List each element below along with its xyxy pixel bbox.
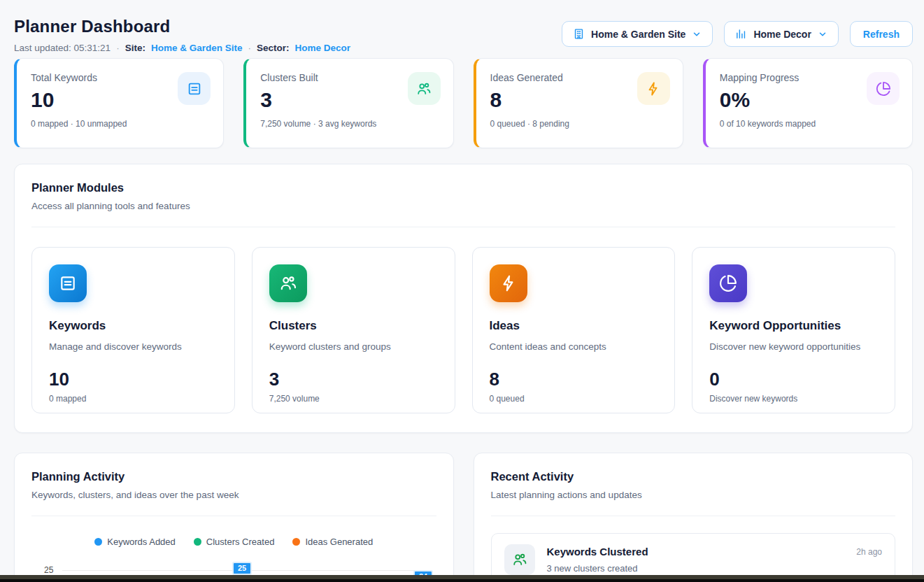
building-icon: [573, 28, 585, 40]
pie-chart-icon: [709, 264, 747, 302]
bar-chart-icon: [735, 28, 747, 40]
planning-activity-header: Planning Activity Keywords, clusters, an…: [15, 453, 453, 516]
module-stat-detail: Discover new keywords: [709, 394, 878, 404]
activity-item-timestamp: 2h ago: [856, 547, 882, 557]
activity-item-description: 3 new clusters created: [547, 563, 648, 574]
meta-separator-2: ·: [248, 43, 251, 53]
module-stat-detail: 0 queued: [490, 394, 658, 404]
sector-selector-value: Home Decor: [753, 29, 811, 40]
modules-panel-title: Planner Modules: [31, 181, 895, 194]
bolt-icon: [490, 264, 527, 302]
legend-dot-blue: [94, 538, 102, 546]
planning-activity-title: Planning Activity: [31, 470, 436, 483]
legend-label: Ideas Generated: [305, 537, 373, 547]
legend-dot-green: [194, 538, 201, 546]
header-actions: Home & Garden Site Home Decor Refresh: [562, 21, 913, 47]
stat-detail: 0 mapped · 10 unmapped: [31, 119, 209, 129]
chevron-down-icon: [818, 29, 827, 39]
module-stat-detail: 0 mapped: [49, 394, 218, 404]
recent-activity-list: Keywords Clustered 3 new clusters create…: [474, 516, 913, 582]
sector-selector-dropdown[interactable]: Home Decor: [724, 21, 838, 47]
data-point-label-25: 25: [232, 562, 252, 575]
last-updated-text: Last updated: 05:31:21: [14, 43, 111, 53]
pie-chart-icon: [867, 72, 900, 105]
site-label: Site:: [125, 43, 145, 53]
legend-dot-orange: [292, 538, 300, 546]
module-title: Ideas: [490, 319, 658, 333]
module-title: Clusters: [269, 319, 438, 333]
module-description: Content ideas and concepts: [490, 341, 658, 352]
bottom-row: Planning Activity Keywords, clusters, an…: [14, 453, 913, 582]
module-card-keyword-opportunities[interactable]: Keyword Opportunities Discover new keywo…: [692, 247, 895, 413]
sector-label: Sector:: [257, 43, 290, 53]
bolt-icon: [637, 72, 670, 105]
module-description: Discover new keyword opportunities: [709, 341, 878, 352]
stat-card-total-keywords: Total Keywords 10 0 mapped · 10 unmapped: [14, 58, 224, 148]
stats-row: Total Keywords 10 0 mapped · 10 unmapped…: [14, 58, 913, 148]
sector-link[interactable]: Home Decor: [294, 43, 350, 53]
chart-legend: Keywords Added Clusters Created Ideas Ge…: [15, 516, 453, 547]
chevron-down-icon: [692, 29, 702, 39]
module-description: Keyword clusters and groups: [269, 341, 438, 352]
activity-item-content: Keywords Clustered 3 new clusters create…: [547, 544, 648, 574]
module-stat: 3: [269, 369, 438, 390]
recent-activity-title: Recent Activity: [491, 470, 896, 483]
module-title: Keywords: [49, 319, 218, 333]
recent-activity-header: Recent Activity Latest planning actions …: [474, 453, 913, 516]
planning-activity-panel: Planning Activity Keywords, clusters, an…: [14, 453, 454, 582]
document-icon: [49, 264, 87, 302]
modules-grid: Keywords Manage and discover keywords 10…: [15, 227, 912, 433]
users-icon: [504, 544, 535, 575]
module-stat: 0: [709, 369, 878, 390]
activity-item-title: Keywords Clustered: [547, 546, 648, 558]
stat-detail: 0 of 10 keywords mapped: [720, 119, 898, 129]
planning-activity-subtitle: Keywords, clusters, and ideas over the p…: [31, 490, 436, 516]
legend-item-ideas-generated[interactable]: Ideas Generated: [292, 537, 373, 547]
legend-item-keywords-added[interactable]: Keywords Added: [94, 537, 176, 547]
modules-panel-subtitle: Access all planning tools and features: [31, 201, 895, 227]
module-card-keywords[interactable]: Keywords Manage and discover keywords 10…: [31, 247, 235, 413]
site-link[interactable]: Home & Garden Site: [151, 43, 243, 53]
planner-dashboard-page: Planner Dashboard Last updated: 05:31:21…: [0, 0, 924, 582]
refresh-button[interactable]: Refresh: [850, 21, 913, 47]
recent-activity-panel: Recent Activity Latest planning actions …: [474, 453, 914, 582]
module-card-ideas[interactable]: Ideas Content ideas and concepts 8 0 que…: [472, 247, 676, 413]
stat-detail: 0 queued · 8 pending: [490, 119, 669, 129]
stat-detail: 7,250 volume · 3 avg keywords: [260, 119, 439, 129]
stat-card-ideas-generated: Ideas Generated 8 0 queued · 8 pending: [474, 58, 683, 148]
legend-item-clusters-created[interactable]: Clusters Created: [194, 537, 275, 547]
module-stat: 10: [49, 369, 218, 390]
legend-label: Clusters Created: [206, 537, 275, 547]
meta-separator: ·: [116, 43, 120, 53]
planner-modules-panel: Planner Modules Access all planning tool…: [14, 164, 913, 433]
legend-label: Keywords Added: [107, 537, 176, 547]
module-stat-detail: 7,250 volume: [269, 394, 438, 404]
users-icon: [269, 264, 307, 302]
modules-panel-header: Planner Modules Access all planning tool…: [15, 164, 912, 227]
site-selector-value: Home & Garden Site: [591, 29, 685, 40]
bottom-window-edge: [0, 575, 924, 582]
site-selector-dropdown[interactable]: Home & Garden Site: [562, 21, 713, 47]
document-icon: [178, 72, 211, 105]
module-stat: 8: [490, 369, 658, 390]
stat-card-mapping-progress: Mapping Progress 0% 0 of 10 keywords map…: [703, 58, 913, 148]
module-description: Manage and discover keywords: [49, 341, 218, 352]
module-title: Keyword Opportunities: [709, 319, 878, 333]
recent-activity-subtitle: Latest planning actions and updates: [491, 490, 896, 516]
stat-card-clusters-built: Clusters Built 3 7,250 volume · 3 avg ke…: [243, 58, 453, 148]
module-card-clusters[interactable]: Clusters Keyword clusters and groups 3 7…: [252, 247, 455, 413]
users-icon: [408, 72, 441, 105]
